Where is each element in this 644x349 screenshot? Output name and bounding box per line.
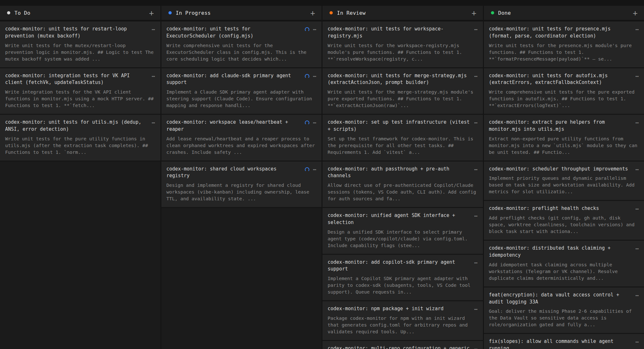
kanban-board: To Do + codex-monitor: unit tests for re… xyxy=(0,0,644,349)
task-card[interactable]: codex-monitor: add claude-sdk primary ag… xyxy=(161,68,322,115)
task-card[interactable]: codex-monitor: unit tests for merge-stra… xyxy=(322,68,483,115)
task-card[interactable]: codex-monitor: distributed task claiming… xyxy=(484,241,644,287)
card-title: codex-monitor: set up test infrastructur… xyxy=(328,119,471,133)
task-card[interactable]: codex-monitor: unit tests for workspace-… xyxy=(322,21,483,68)
task-card[interactable]: codex-monitor: multi-repo configuration … xyxy=(322,341,483,349)
card-title: codex-monitor: unified agent SDK interfa… xyxy=(328,212,471,226)
card-menu-button[interactable]: ⋯ xyxy=(635,120,639,126)
task-card[interactable]: codex-monitor: workspace lease/heartbeat… xyxy=(161,115,322,162)
card-actions: ⋯ xyxy=(305,72,316,79)
card-menu-button[interactable]: ⋯ xyxy=(635,73,639,79)
add-card-button[interactable]: + xyxy=(149,9,154,17)
in-progress-spinner-icon xyxy=(305,74,309,79)
task-card[interactable]: codex-monitor: set up test infrastructur… xyxy=(322,115,483,162)
card-actions: ⋯ xyxy=(152,119,155,126)
add-card-button[interactable]: + xyxy=(471,9,476,17)
card-title: fix(slopes): allow all commands while ag… xyxy=(489,338,632,349)
card-menu-button[interactable]: ⋯ xyxy=(474,167,478,172)
card-title: codex-monitor: multi-repo configuration … xyxy=(328,345,471,349)
card-actions: ⋯ xyxy=(635,72,639,79)
task-card[interactable]: codex-monitor: unit tests for ExecutorSc… xyxy=(161,21,322,68)
card-header-row: codex-monitor: unit tests for restart-lo… xyxy=(5,26,155,40)
task-card[interactable]: codex-monitor: shared cloud workspaces r… xyxy=(161,162,322,208)
task-card[interactable]: codex-monitor: unit tests for autofix.mj… xyxy=(484,68,644,115)
card-description: Add lease renewal/heartbeat and a reaper… xyxy=(167,136,317,156)
card-description: Write unit tests for the pure utility fu… xyxy=(5,136,155,156)
card-description: Write unit tests for the workspace-regis… xyxy=(328,42,478,62)
card-menu-button[interactable]: ⋯ xyxy=(313,73,316,79)
card-description: Extract non-exported pure utility functi… xyxy=(489,136,639,156)
card-menu-button[interactable]: ⋯ xyxy=(474,346,478,349)
card-menu-button[interactable]: ⋯ xyxy=(635,293,639,298)
card-header-row: codex-monitor: set up test infrastructur… xyxy=(328,119,478,133)
task-card[interactable]: codex-monitor: unit tests for presence.m… xyxy=(484,21,644,68)
card-menu-button[interactable]: ⋯ xyxy=(474,27,478,32)
card-actions: ⋯ xyxy=(635,292,639,298)
card-header-row: codex-monitor: distributed task claiming… xyxy=(489,245,639,259)
card-actions: ⋯ xyxy=(474,259,478,266)
card-header-row: codex-monitor: preflight health checks ⋯ xyxy=(489,205,639,212)
card-title: codex-monitor: integration tests for VK … xyxy=(5,72,149,87)
task-card[interactable]: codex-monitor: unified agent SDK interfa… xyxy=(322,208,483,255)
card-menu-button[interactable]: ⋯ xyxy=(313,120,316,126)
card-description: Design a unified SDK interface to select… xyxy=(328,229,478,249)
column-in-progress: In Progress + codex-monitor: unit tests … xyxy=(161,6,322,349)
column-title: In Progress xyxy=(176,10,211,16)
card-description: Package codex-monitor for npm with an in… xyxy=(328,315,478,335)
card-actions: ⋯ xyxy=(474,72,478,79)
task-card[interactable]: codex-monitor: scheduler throughput impr… xyxy=(484,162,644,201)
task-card[interactable]: codex-monitor: auth passthrough + pre-au… xyxy=(322,162,483,208)
card-menu-button[interactable]: ⋯ xyxy=(635,339,639,345)
task-card[interactable]: fix(slopes): allow all commands while ag… xyxy=(484,334,644,349)
in-progress-spinner-icon xyxy=(305,167,309,172)
card-menu-button[interactable]: ⋯ xyxy=(635,246,639,252)
card-list: codex-monitor: unit tests for workspace-… xyxy=(322,21,483,349)
add-card-button[interactable]: + xyxy=(310,9,315,17)
card-header-row: codex-monitor: add copilot-sdk primary a… xyxy=(328,259,478,273)
card-menu-button[interactable]: ⋯ xyxy=(635,167,639,172)
card-header-row: codex-monitor: unified agent SDK interfa… xyxy=(328,212,478,226)
card-actions: ⋯ xyxy=(474,212,478,219)
task-card[interactable]: codex-monitor: unit tests for restart-lo… xyxy=(0,21,160,68)
task-card[interactable]: codex-monitor: unit tests for utils.mjs … xyxy=(0,115,160,162)
card-menu-button[interactable]: ⋯ xyxy=(152,27,155,32)
add-card-button[interactable]: + xyxy=(633,9,638,17)
card-header-row: codex-monitor: add claude-sdk primary ag… xyxy=(167,72,317,87)
card-header-row: codex-monitor: auth passthrough + pre-au… xyxy=(328,166,478,180)
card-header-row: codex-monitor: shared cloud workspaces r… xyxy=(167,166,317,180)
task-card[interactable]: codex-monitor: extract pure helpers from… xyxy=(484,115,644,162)
card-description: Implement a Claude SDK primary agent ada… xyxy=(167,89,317,109)
card-title: codex-monitor: unit tests for restart-lo… xyxy=(5,26,149,40)
card-actions: ⋯ xyxy=(635,205,639,212)
card-menu-button[interactable]: ⋯ xyxy=(635,27,639,32)
column-title: To Do xyxy=(14,10,30,16)
card-menu-button[interactable]: ⋯ xyxy=(474,73,478,79)
card-menu-button[interactable]: ⋯ xyxy=(474,306,478,312)
card-menu-button[interactable]: ⋯ xyxy=(474,213,478,219)
card-header-row: feat(encryption): data vault access cont… xyxy=(489,292,639,306)
card-actions: ⋯ xyxy=(635,338,639,345)
card-description: Write unit tests for the mutex/restart-l… xyxy=(5,42,155,62)
task-card[interactable]: codex-monitor: add copilot-sdk primary a… xyxy=(322,255,483,302)
task-card[interactable]: codex-monitor: npm package + init wizard… xyxy=(322,301,483,341)
column-in-review: In Review + codex-monitor: unit tests fo… xyxy=(322,6,483,349)
card-menu-button[interactable]: ⋯ xyxy=(313,27,316,32)
column-done: Done + codex-monitor: unit tests for pre… xyxy=(484,6,644,349)
in-progress-spinner-icon xyxy=(305,27,309,32)
in-progress-spinner-icon xyxy=(305,120,309,125)
task-card[interactable]: codex-monitor: integration tests for VK … xyxy=(0,68,160,115)
card-menu-button[interactable]: ⋯ xyxy=(474,120,478,126)
card-header-row: codex-monitor: unit tests for autofix.mj… xyxy=(489,72,639,87)
card-title: codex-monitor: add claude-sdk primary ag… xyxy=(167,72,302,87)
card-menu-button[interactable]: ⋯ xyxy=(313,167,316,172)
task-card[interactable]: feat(encryption): data vault access cont… xyxy=(484,287,644,334)
card-menu-button[interactable]: ⋯ xyxy=(635,206,639,212)
card-menu-button[interactable]: ⋯ xyxy=(152,73,155,79)
card-actions: ⋯ xyxy=(635,119,639,126)
card-actions: ⋯ xyxy=(474,26,478,32)
column-title: Done xyxy=(498,10,511,16)
task-card[interactable]: codex-monitor: preflight health checks ⋯… xyxy=(484,201,644,241)
card-menu-button[interactable]: ⋯ xyxy=(474,260,478,266)
column-status-dot-icon xyxy=(491,11,494,14)
card-menu-button[interactable]: ⋯ xyxy=(152,120,155,126)
